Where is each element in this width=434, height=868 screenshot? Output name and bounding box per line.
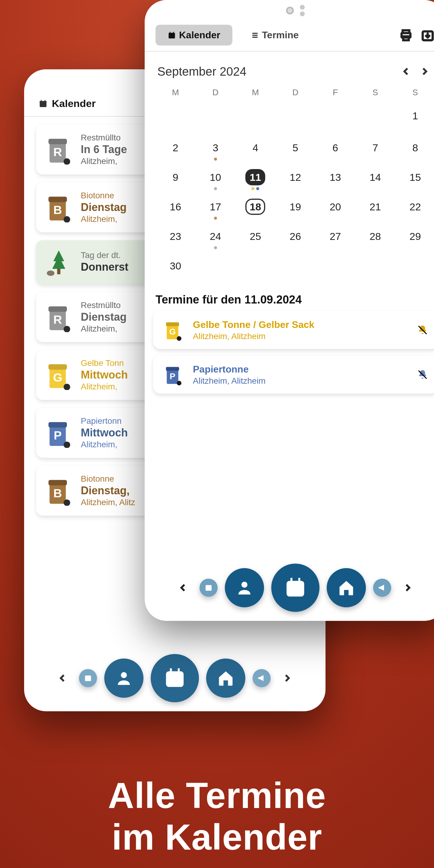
- calendar-day[interactable]: 7: [355, 133, 396, 163]
- calendar-day[interactable]: 4: [236, 133, 276, 163]
- calendar-day[interactable]: 15: [395, 163, 434, 193]
- calendar-day[interactable]: 11: [236, 163, 276, 193]
- list-item-location: Alitzheim, Alitz: [81, 498, 135, 507]
- calendar-day[interactable]: 17: [195, 193, 236, 222]
- svg-text:P: P: [54, 429, 61, 442]
- event-card[interactable]: G Gelbe Tonne / Gelber Sack Alitzheim, A…: [153, 311, 434, 349]
- nav-schedule-button[interactable]: [199, 579, 218, 597]
- nav-profile-button[interactable]: [104, 658, 144, 698]
- calendar-day[interactable]: 10: [195, 163, 236, 193]
- list-item-type: Biotonne: [81, 191, 127, 200]
- event-title: Papiertonne: [193, 364, 408, 375]
- nav-next-button[interactable]: [278, 669, 296, 687]
- svg-rect-3: [44, 100, 45, 101]
- svg-rect-1: [40, 101, 47, 103]
- list-item-date: Mittwoch: [81, 369, 128, 381]
- print-button[interactable]: [398, 28, 413, 43]
- nav-announce-button[interactable]: [373, 579, 391, 597]
- nav-profile-button[interactable]: [225, 568, 264, 607]
- calendar-day[interactable]: 22: [395, 193, 434, 222]
- calendar-day[interactable]: 20: [315, 193, 355, 222]
- section-title: Termine für den 11.09.2024: [145, 285, 434, 311]
- list-item-type: Restmüllto: [81, 301, 127, 310]
- bin-icon: R: [45, 304, 72, 331]
- tab-calendar[interactable]: Kalender: [156, 25, 232, 45]
- calendar-day[interactable]: 28: [355, 222, 396, 252]
- svg-text:R: R: [53, 145, 62, 158]
- sensor-bar: [145, 0, 434, 21]
- mute-icon[interactable]: [416, 369, 429, 381]
- calendar-day[interactable]: 25: [236, 222, 276, 252]
- calendar-week: 23242526272829: [156, 222, 434, 252]
- calendar-day[interactable]: 16: [156, 193, 195, 222]
- event-card[interactable]: P Papiertonne Alitzheim, Alitzheim: [153, 355, 434, 394]
- calendar-next-button[interactable]: [415, 62, 433, 81]
- event-cards: G Gelbe Tonne / Gelber Sack Alitzheim, A…: [145, 311, 434, 406]
- svg-rect-19: [49, 364, 67, 370]
- nav-calendar-button[interactable]: [271, 564, 319, 612]
- svg-point-31: [121, 672, 127, 678]
- svg-point-53: [177, 381, 181, 385]
- svg-rect-12: [57, 269, 61, 274]
- calendar-day[interactable]: 18: [236, 193, 276, 222]
- header: Kalender Termine: [145, 21, 434, 52]
- calendar-day: [236, 252, 276, 284]
- calendar-dow-row: MDMDFSS: [156, 84, 434, 101]
- calendar-day[interactable]: 5: [276, 133, 315, 163]
- svg-rect-9: [49, 196, 67, 202]
- event-location: Alitzheim, Alitzheim: [193, 332, 408, 341]
- nav-announce-button[interactable]: [253, 669, 271, 687]
- svg-rect-60: [299, 578, 301, 583]
- calendar-day[interactable]: 8: [395, 133, 434, 163]
- nav-next-button[interactable]: [398, 579, 416, 597]
- list-item-location: Alitzheim,: [81, 324, 127, 334]
- calendar-week: 2345678: [156, 133, 434, 163]
- svg-rect-52: [166, 367, 179, 371]
- calendar-day[interactable]: 26: [276, 222, 315, 252]
- nav-prev-button[interactable]: [54, 669, 72, 687]
- tab-appointments[interactable]: Termine: [239, 25, 311, 45]
- calendar-day[interactable]: 27: [315, 222, 355, 252]
- calendar-day[interactable]: 19: [276, 193, 315, 222]
- nav-calendar-button[interactable]: [151, 654, 199, 702]
- nav-home-button[interactable]: [206, 658, 245, 698]
- calendar-week: 16171819202122: [156, 193, 434, 222]
- calendar-dow: M: [156, 84, 195, 101]
- svg-rect-37: [170, 32, 170, 33]
- calendar-day[interactable]: 21: [355, 193, 396, 222]
- bottom-nav-wrap: [24, 654, 326, 702]
- bin-icon: P: [162, 364, 184, 386]
- calendar-day[interactable]: 9: [156, 163, 195, 193]
- nav-schedule-button[interactable]: [79, 669, 97, 687]
- bin-icon: G: [45, 361, 72, 389]
- calendar-day[interactable]: 12: [276, 163, 315, 193]
- event-location: Alitzheim, Alitzheim: [193, 376, 408, 386]
- calendar-day[interactable]: 13: [315, 163, 355, 193]
- calendar-day[interactable]: 24: [195, 222, 236, 252]
- calendar-day[interactable]: 2: [156, 133, 195, 163]
- calendar-day: [276, 101, 315, 133]
- svg-point-28: [64, 499, 70, 506]
- phone-front: Kalender Termine September 2024 MDMDFSS …: [145, 0, 434, 621]
- calendar-day[interactable]: 14: [355, 163, 396, 193]
- list-item-date: Dienstag,: [81, 484, 135, 497]
- svg-rect-33: [166, 671, 184, 676]
- calendar-day[interactable]: 3: [195, 133, 236, 163]
- svg-rect-59: [290, 578, 293, 583]
- list-item-type: Papiertonn: [81, 416, 128, 426]
- calendar-day[interactable]: 30: [156, 252, 195, 284]
- calendar-day[interactable]: 6: [315, 133, 355, 163]
- nav-home-button[interactable]: [327, 568, 366, 607]
- calendar-day[interactable]: 23: [156, 222, 195, 252]
- promo-caption: Alle Termine im Kalender: [0, 775, 434, 858]
- calendar-day: [195, 101, 236, 133]
- calendar-prev-button[interactable]: [397, 62, 415, 81]
- export-button[interactable]: [420, 28, 434, 43]
- calendar-day[interactable]: 1: [395, 101, 434, 133]
- svg-point-16: [64, 326, 70, 333]
- mute-icon[interactable]: [416, 324, 429, 336]
- bin-icon: B: [45, 194, 72, 221]
- nav-prev-button[interactable]: [174, 579, 192, 597]
- calendar-day[interactable]: 29: [395, 222, 434, 252]
- print-icon: [399, 29, 412, 42]
